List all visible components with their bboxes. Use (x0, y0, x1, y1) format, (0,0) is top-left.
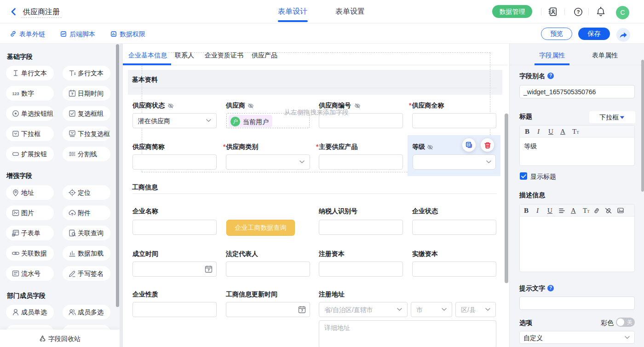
svg-text:?: ? (577, 9, 580, 15)
svg-text:123: 123 (12, 91, 19, 96)
